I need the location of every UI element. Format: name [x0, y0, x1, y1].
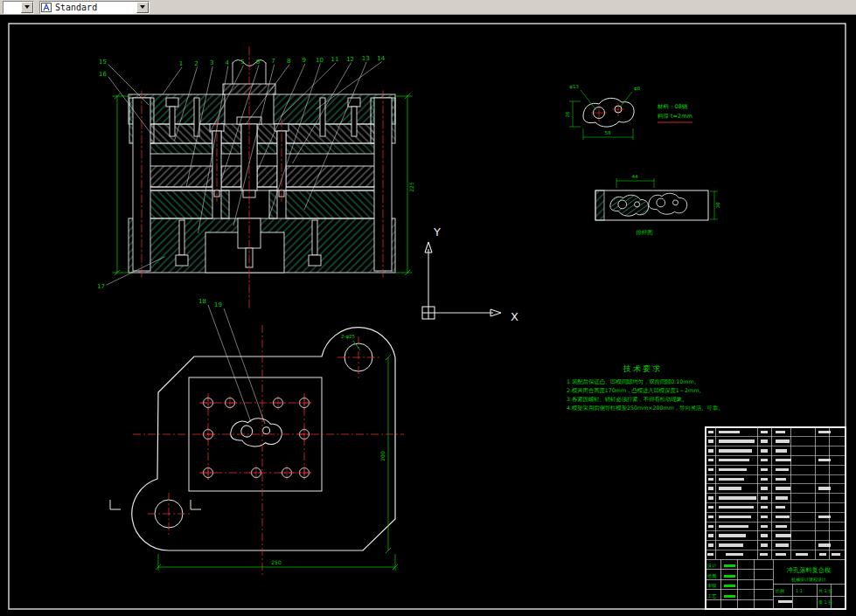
workspace-combo-value	[3, 2, 21, 13]
part-view: 58 26 φ8 φ13 材料：08钢 料厚 t=2mm	[565, 84, 692, 140]
part-note-thickness: 料厚 t=2mm	[658, 113, 692, 120]
parts-list-entry	[708, 478, 713, 481]
dim-strip-pitch: 44	[632, 174, 638, 179]
part-dimensions: 58 26 φ8 φ13	[565, 84, 641, 140]
balloon-number: 13	[362, 55, 370, 62]
toolbar: Standard	[0, 0, 856, 15]
parts-list-header	[760, 553, 768, 557]
balloon-number: 2	[194, 60, 198, 67]
app-window: Standard	[0, 0, 856, 616]
text-style-combo[interactable]: Standard	[39, 1, 150, 14]
plan-centerlines	[133, 325, 404, 575]
strip-blank-outline	[647, 190, 688, 218]
plan-leaders: 18 19	[198, 298, 265, 424]
drawing-canvas[interactable]: 225 15 16 17 1234567891011121314	[0, 0, 856, 616]
signature-label: 审核	[707, 583, 717, 588]
dim-strip-width: 30	[715, 202, 720, 208]
parts-list-entry	[708, 449, 713, 452]
balloon-number: 17	[97, 283, 105, 290]
signature-name	[724, 595, 735, 598]
dim-section-height: 225	[408, 182, 414, 192]
x-axis-label: X	[511, 310, 518, 323]
tech-requirement-item: 4.模架采用后侧导柱模架250mm×200mm，导向灵活、可靠。	[567, 405, 724, 412]
tech-requirement-item: 3.各紧固螺钉、销钉必须拧紧，不得有松动现象。	[567, 396, 687, 403]
dim-part-height: 26	[565, 111, 570, 117]
strip-hatch-end	[595, 190, 604, 220]
tech-requirements-title: 技术要求	[623, 364, 662, 373]
plan-dimensions: 250 200 2-φ25	[156, 334, 398, 571]
parts-list-header	[796, 553, 808, 557]
balloon-number: 6	[256, 59, 261, 66]
title-block-entry	[778, 600, 792, 603]
parts-list-entry	[708, 516, 713, 518]
y-axis-label: Y	[433, 225, 441, 239]
drawing-title: 冲孔落料复合模	[787, 566, 831, 574]
dim-plan-width: 250	[271, 559, 282, 565]
title-block: 设计 绘图 审核 工艺 冲孔落料复合模 机械设计课程设计 比例 1:1 共 1 …	[706, 427, 846, 609]
parts-list-entry	[708, 506, 713, 509]
parts-list-entry	[708, 431, 713, 433]
balloon-number: 10	[316, 57, 324, 64]
dim-part-hole-big: φ13	[569, 84, 579, 90]
chevron-down-icon[interactable]	[21, 2, 33, 13]
balloon-number: 1	[179, 60, 183, 67]
strip-blank-hatched	[609, 191, 650, 219]
workspace-combo[interactable]	[3, 1, 34, 14]
section-view: 225 15 16 17	[97, 47, 414, 308]
signature-name	[724, 585, 735, 587]
cad-drawing: 225 15 16 17 1234567891011121314	[0, 0, 856, 616]
sheet-total: 共 1 张	[818, 588, 832, 594]
signature-label: 绘图	[707, 573, 716, 578]
parts-list-entry	[708, 525, 713, 528]
balloon-number: 4	[226, 59, 230, 66]
tech-requirement-item: 1.装配后保证凸、凹模间隙均匀，双面间隙0.10mm。	[567, 378, 699, 385]
text-style-combo-value: Standard	[52, 2, 100, 13]
tech-requirement-item: 2.模具闭合高度170mm，凸模进入凹模深度1～2mm。	[567, 387, 705, 394]
dim-plan-height: 200	[379, 451, 386, 461]
plan-outline	[110, 328, 395, 550]
part-note-material: 材料：08钢	[657, 103, 687, 110]
balloon-number: 8	[287, 58, 290, 65]
org-name: 机械设计课程设计	[791, 577, 826, 582]
dim-part-width: 58	[605, 130, 611, 135]
balloon-number: 12	[346, 56, 354, 63]
balloon-number: 16	[99, 71, 107, 78]
strip-label: 排样图	[636, 229, 653, 236]
scale-label: 比例	[776, 588, 784, 594]
leader-line	[163, 67, 182, 94]
chevron-down-icon[interactable]	[136, 2, 149, 13]
signature-label: 设计	[706, 563, 717, 568]
parts-list-entry	[708, 459, 713, 461]
scale-value: 1:1	[796, 588, 803, 593]
dim-guide-holes: 2-φ25	[341, 334, 356, 340]
plan-holes	[201, 396, 311, 480]
parts-list-entry	[708, 468, 713, 471]
parts-list-entry	[708, 534, 713, 536]
balloon-number: 11	[331, 56, 339, 63]
parts-list-entry	[708, 543, 713, 546]
parts-list-header	[832, 553, 840, 557]
balloon-number: 18	[198, 298, 206, 305]
sheet-number: 第 1 张	[818, 599, 832, 606]
balloon-number: 19	[214, 301, 222, 308]
signature-name	[724, 575, 735, 578]
parts-list-entry	[708, 440, 713, 442]
signature-label: 工艺	[707, 593, 716, 599]
style-icon	[40, 3, 52, 12]
balloon-number: 3	[210, 59, 213, 66]
part-outline	[583, 98, 634, 127]
dim-part-hole-small: φ8	[634, 86, 641, 92]
signature-name	[724, 564, 735, 567]
balloon-number: 14	[377, 55, 385, 62]
parts-list-header	[776, 553, 786, 557]
balloon-number: 7	[271, 58, 275, 65]
parts-list-header	[707, 553, 713, 557]
parts-list-header	[819, 553, 826, 557]
balloon-number: 5	[240, 59, 244, 66]
part-notes: 材料：08钢 料厚 t=2mm	[657, 103, 692, 122]
strip-view: 44 30 排样图	[595, 174, 720, 236]
balloon-number: 9	[303, 57, 306, 64]
balloon-number: 15	[99, 59, 107, 66]
parts-list-header	[726, 553, 743, 557]
ucs-icon: Y X	[422, 225, 518, 323]
